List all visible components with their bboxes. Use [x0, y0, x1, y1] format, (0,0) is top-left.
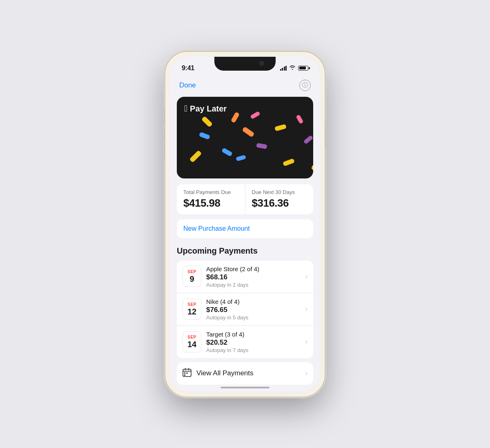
sprinkle-decoration: [296, 114, 304, 124]
sprinkle-decoration: [242, 126, 254, 137]
date-badge: SEP 14: [183, 331, 201, 352]
payment-item[interactable]: SEP 14 Target (3 of 4) $20.52 Autopay in…: [177, 326, 313, 358]
payment-chevron-icon: ›: [305, 305, 307, 313]
signal-icon: [280, 66, 287, 71]
payment-info: Apple Store (2 of 4) $68.16 Autopay in 2…: [206, 265, 301, 288]
date-day: 14: [187, 340, 196, 349]
phone-screen: 9:41: [170, 57, 320, 392]
calendar-icon: [183, 368, 192, 379]
date-day: 12: [187, 307, 196, 316]
date-badge: SEP 9: [183, 266, 201, 287]
battery-icon: [298, 66, 308, 71]
scroll-area[interactable]:  Pay Later Total Payments Due $415.98 D…: [170, 95, 320, 388]
payment-amount: $20.52: [206, 339, 301, 347]
payment-autopay: Autopay in 7 days: [206, 347, 301, 353]
payment-autopay: Autopay in 5 days: [206, 314, 301, 321]
pay-later-card:  Pay Later: [177, 97, 313, 178]
payment-item[interactable]: SEP 9 Apple Store (2 of 4) $68.16 Autopa…: [177, 261, 313, 293]
upcoming-payments-title: Upcoming Payments: [170, 245, 320, 261]
wifi-icon: [289, 65, 296, 71]
apple-logo-icon: : [184, 104, 187, 113]
svg-rect-6: [184, 374, 185, 376]
sprinkle-decoration: [231, 111, 240, 123]
date-month: SEP: [187, 302, 196, 307]
due-next-label: Due Next 30 Days: [252, 189, 307, 195]
payment-merchant: Apple Store (2 of 4): [206, 265, 301, 272]
card-title: Pay Later: [190, 104, 227, 114]
svg-rect-4: [184, 372, 185, 374]
status-time: 9:41: [182, 65, 194, 72]
sprinkle-decoration: [303, 135, 313, 144]
sprinkle-decoration: [199, 132, 210, 139]
due-next-value: $316.36: [252, 197, 307, 210]
battery-fill: [299, 67, 306, 69]
phone-frame: 9:41: [165, 52, 325, 397]
date-day: 9: [189, 274, 194, 283]
sprinkle-decoration: [250, 111, 261, 119]
payment-summary: Total Payments Due $415.98 Due Next 30 D…: [177, 184, 313, 214]
svg-rect-5: [187, 372, 188, 374]
screen-content: Done ⓘ  Pay Later Tota: [170, 76, 320, 392]
sprinkle-decoration: [221, 147, 233, 157]
info-icon: ⓘ: [302, 82, 308, 89]
payment-item[interactable]: SEP 12 Nike (4 of 4) $76.65 Autopay in 5…: [177, 293, 313, 326]
sprinkle-decoration: [274, 124, 287, 131]
new-purchase-button[interactable]: New Purchase Amount: [177, 219, 313, 238]
info-button[interactable]: ⓘ: [299, 80, 311, 91]
sprinkle-decoration: [236, 155, 246, 161]
sprinkle-decoration: [201, 116, 213, 127]
status-icons: [280, 65, 309, 71]
due-next-item: Due Next 30 Days $316.36: [245, 184, 314, 214]
payment-info: Target (3 of 4) $20.52 Autopay in 7 days: [206, 331, 301, 353]
nav-bar: Done ⓘ: [170, 76, 320, 95]
notch: [214, 57, 276, 71]
sprinkle-decoration: [311, 165, 313, 172]
new-purchase-label: New Purchase Amount: [183, 225, 250, 232]
date-month: SEP: [187, 335, 196, 340]
payment-chevron-icon: ›: [305, 338, 307, 345]
sprinkle-decoration: [189, 150, 202, 163]
date-month: SEP: [187, 270, 196, 274]
payment-autopay: Autopay in 2 days: [206, 282, 301, 288]
total-payments-item: Total Payments Due $415.98: [177, 184, 245, 214]
view-all-chevron-icon: ›: [305, 370, 307, 377]
payment-merchant: Target (3 of 4): [206, 331, 301, 338]
card-logo:  Pay Later: [184, 104, 227, 114]
payments-list: SEP 9 Apple Store (2 of 4) $68.16 Autopa…: [177, 261, 313, 358]
view-all-label: View All Payments: [196, 369, 301, 377]
payment-info: Nike (4 of 4) $76.65 Autopay in 5 days: [206, 298, 301, 321]
payment-chevron-icon: ›: [305, 273, 307, 280]
camera: [259, 61, 264, 66]
payment-amount: $76.65: [206, 306, 301, 314]
sprinkle-decoration: [283, 158, 295, 166]
payment-merchant: Nike (4 of 4): [206, 298, 301, 305]
total-payments-value: $415.98: [183, 197, 238, 210]
done-button[interactable]: Done: [179, 81, 196, 89]
total-payments-label: Total Payments Due: [183, 189, 238, 195]
view-all-payments-button[interactable]: View All Payments ›: [177, 362, 313, 385]
date-badge: SEP 12: [183, 299, 201, 320]
home-indicator: [220, 387, 270, 388]
payment-amount: $68.16: [206, 273, 301, 281]
sprinkle-decoration: [256, 143, 267, 149]
